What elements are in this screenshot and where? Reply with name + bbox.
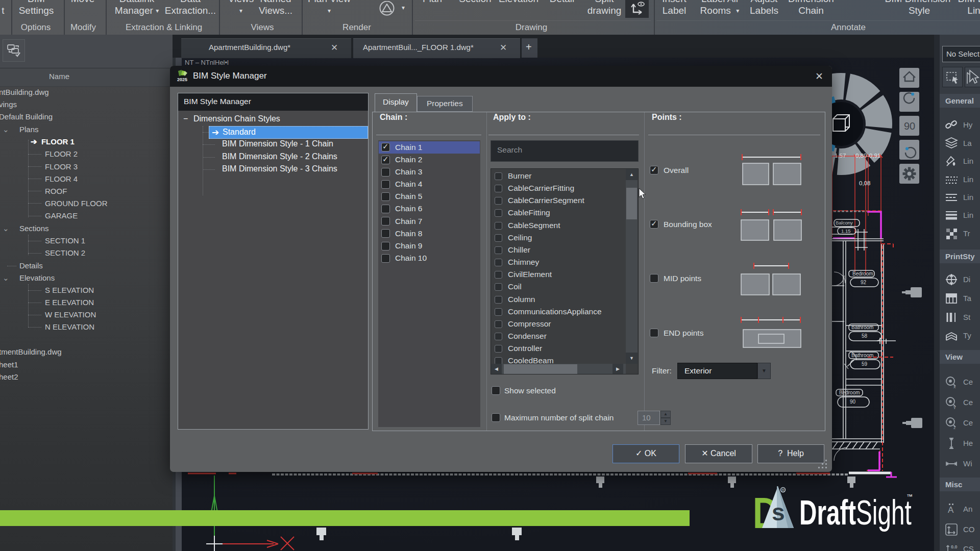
svg-text:0.0: 0.0 [951,544,958,549]
svg-text:2025: 2025 [177,77,187,82]
svg-text:90: 90 [850,399,856,405]
svg-text:Bedroom: Bedroom [852,271,873,277]
svg-text:Balcony: Balcony [836,220,853,226]
svg-text:z: z [953,425,956,430]
svg-text:A: A [948,505,954,515]
svg-text:1.15: 1.15 [841,228,851,234]
svg-text:Bathroom: Bathroom [851,324,873,330]
svg-text:0,08: 0,08 [859,180,870,186]
svg-text:x: x [953,384,956,389]
svg-text:R: R [781,488,785,492]
svg-text:0,80: 0,80 [855,153,867,159]
svg-text:s: s [772,499,785,525]
svg-text:1,57: 1,57 [835,153,846,159]
svg-text:Bedroom: Bedroom [839,390,860,395]
svg-text:58: 58 [862,333,868,339]
svg-text:y: y [953,405,956,409]
svg-text:-0,91: -0,91 [867,153,880,159]
svg-text:92: 92 [861,280,867,285]
svg-text:59: 59 [862,361,868,367]
svg-text:90: 90 [904,120,915,132]
